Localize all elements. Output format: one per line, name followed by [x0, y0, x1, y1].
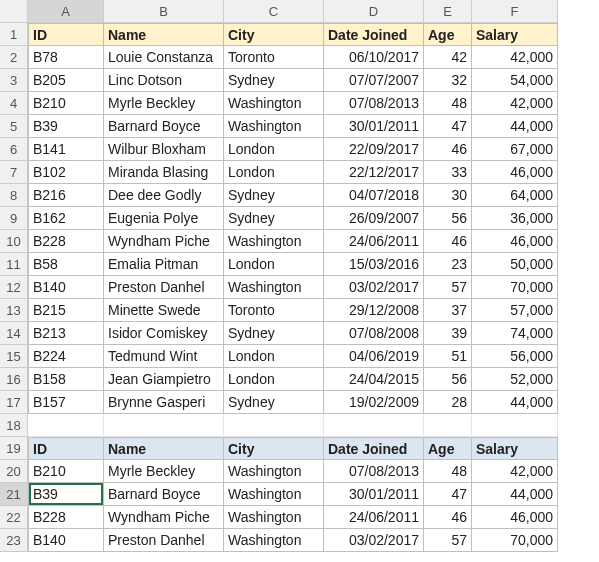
cell-A12[interactable]: B140 — [28, 276, 104, 299]
row-header-16[interactable]: 16 — [0, 368, 28, 391]
row-header-22[interactable]: 22 — [0, 506, 28, 529]
cell-E16[interactable]: 56 — [424, 368, 472, 391]
cell-E6[interactable]: 46 — [424, 138, 472, 161]
cell-D22[interactable]: 24/06/2011 — [324, 506, 424, 529]
cell-B8[interactable]: Dee dee Godly — [104, 184, 224, 207]
cell-F8[interactable]: 64,000 — [472, 184, 558, 207]
cell-E11[interactable]: 23 — [424, 253, 472, 276]
cell-E17[interactable]: 28 — [424, 391, 472, 414]
cell-F6[interactable]: 67,000 — [472, 138, 558, 161]
cell-E5[interactable]: 47 — [424, 115, 472, 138]
cell-B17[interactable]: Brynne Gasperi — [104, 391, 224, 414]
cell-C8[interactable]: Sydney — [224, 184, 324, 207]
cell-F15[interactable]: 56,000 — [472, 345, 558, 368]
cell-C21[interactable]: Washington — [224, 483, 324, 506]
cell-C15[interactable]: London — [224, 345, 324, 368]
cell-E22[interactable]: 46 — [424, 506, 472, 529]
row-header-6[interactable]: 6 — [0, 138, 28, 161]
cell-C10[interactable]: Washington — [224, 230, 324, 253]
cell-C7[interactable]: London — [224, 161, 324, 184]
row-header-15[interactable]: 15 — [0, 345, 28, 368]
cell-B4[interactable]: Myrle Beckley — [104, 92, 224, 115]
cell-C14[interactable]: Sydney — [224, 322, 324, 345]
cell-E20[interactable]: 48 — [424, 460, 472, 483]
cell-D5[interactable]: 30/01/2011 — [324, 115, 424, 138]
cell-A4[interactable]: B210 — [28, 92, 104, 115]
cell-F22[interactable]: 46,000 — [472, 506, 558, 529]
cell-A11[interactable]: B58 — [28, 253, 104, 276]
column-header-B[interactable]: B — [104, 0, 224, 23]
cell-C2[interactable]: Toronto — [224, 46, 324, 69]
row-header-12[interactable]: 12 — [0, 276, 28, 299]
row-header-10[interactable]: 10 — [0, 230, 28, 253]
cell-D21[interactable]: 30/01/2011 — [324, 483, 424, 506]
cell-E13[interactable]: 37 — [424, 299, 472, 322]
cell-A19[interactable]: ID — [28, 437, 104, 460]
column-header-D[interactable]: D — [324, 0, 424, 23]
row-header-21[interactable]: 21 — [0, 483, 28, 506]
cell-C9[interactable]: Sydney — [224, 207, 324, 230]
cell-B15[interactable]: Tedmund Wint — [104, 345, 224, 368]
cell-D6[interactable]: 22/09/2017 — [324, 138, 424, 161]
cell-B6[interactable]: Wilbur Bloxham — [104, 138, 224, 161]
cell-B19[interactable]: Name — [104, 437, 224, 460]
cell-C4[interactable]: Washington — [224, 92, 324, 115]
cell-E2[interactable]: 42 — [424, 46, 472, 69]
cell-A6[interactable]: B141 — [28, 138, 104, 161]
row-header-14[interactable]: 14 — [0, 322, 28, 345]
cell-B22[interactable]: Wyndham Piche — [104, 506, 224, 529]
cell-F17[interactable]: 44,000 — [472, 391, 558, 414]
cell-D19[interactable]: Date Joined — [324, 437, 424, 460]
row-header-23[interactable]: 23 — [0, 529, 28, 552]
cell-B21[interactable]: Barnard Boyce — [104, 483, 224, 506]
cell-C11[interactable]: London — [224, 253, 324, 276]
row-header-7[interactable]: 7 — [0, 161, 28, 184]
cell-F9[interactable]: 36,000 — [472, 207, 558, 230]
cell-A14[interactable]: B213 — [28, 322, 104, 345]
cell-E12[interactable]: 57 — [424, 276, 472, 299]
cell-D7[interactable]: 22/12/2017 — [324, 161, 424, 184]
cell-F11[interactable]: 50,000 — [472, 253, 558, 276]
cell-E1[interactable]: Age — [424, 23, 472, 46]
cell-C18[interactable] — [224, 414, 324, 437]
cell-E4[interactable]: 48 — [424, 92, 472, 115]
cell-B20[interactable]: Myrle Beckley — [104, 460, 224, 483]
cell-A8[interactable]: B216 — [28, 184, 104, 207]
cell-D13[interactable]: 29/12/2008 — [324, 299, 424, 322]
cell-F16[interactable]: 52,000 — [472, 368, 558, 391]
row-header-17[interactable]: 17 — [0, 391, 28, 414]
cell-A9[interactable]: B162 — [28, 207, 104, 230]
column-header-F[interactable]: F — [472, 0, 558, 23]
cell-C23[interactable]: Washington — [224, 529, 324, 552]
row-header-20[interactable]: 20 — [0, 460, 28, 483]
cell-F10[interactable]: 46,000 — [472, 230, 558, 253]
cell-A15[interactable]: B224 — [28, 345, 104, 368]
cell-F13[interactable]: 57,000 — [472, 299, 558, 322]
cell-E9[interactable]: 56 — [424, 207, 472, 230]
cell-F7[interactable]: 46,000 — [472, 161, 558, 184]
cell-C20[interactable]: Washington — [224, 460, 324, 483]
cell-E10[interactable]: 46 — [424, 230, 472, 253]
cell-E7[interactable]: 33 — [424, 161, 472, 184]
cell-D2[interactable]: 06/10/2017 — [324, 46, 424, 69]
cell-B16[interactable]: Jean Giampietro — [104, 368, 224, 391]
row-header-11[interactable]: 11 — [0, 253, 28, 276]
cell-B5[interactable]: Barnard Boyce — [104, 115, 224, 138]
cell-E15[interactable]: 51 — [424, 345, 472, 368]
cell-B11[interactable]: Emalia Pitman — [104, 253, 224, 276]
cell-F23[interactable]: 70,000 — [472, 529, 558, 552]
cell-E21[interactable]: 47 — [424, 483, 472, 506]
cell-B23[interactable]: Preston Danhel — [104, 529, 224, 552]
cell-D15[interactable]: 04/06/2019 — [324, 345, 424, 368]
cell-B7[interactable]: Miranda Blasing — [104, 161, 224, 184]
cell-B18[interactable] — [104, 414, 224, 437]
cell-D18[interactable] — [324, 414, 424, 437]
cell-B1[interactable]: Name — [104, 23, 224, 46]
cell-D23[interactable]: 03/02/2017 — [324, 529, 424, 552]
cell-A20[interactable]: B210 — [28, 460, 104, 483]
cell-F12[interactable]: 70,000 — [472, 276, 558, 299]
cell-B10[interactable]: Wyndham Piche — [104, 230, 224, 253]
cell-A21[interactable]: B39 — [28, 483, 104, 506]
row-header-19[interactable]: 19 — [0, 437, 28, 460]
cell-A23[interactable]: B140 — [28, 529, 104, 552]
